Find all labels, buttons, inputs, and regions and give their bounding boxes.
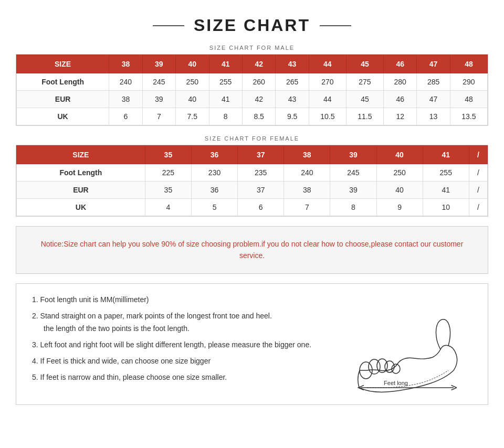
table-cell: 270 [309, 73, 346, 91]
female-header-cell: / [469, 146, 487, 164]
table-cell: 6 [238, 199, 284, 216]
table-cell: / [469, 164, 487, 182]
table-cell: 280 [383, 73, 416, 91]
table-cell: 39 [330, 182, 376, 199]
female-header-cell: 37 [238, 146, 284, 164]
table-cell: 36 [191, 182, 237, 199]
male-header-cell: 46 [383, 55, 416, 73]
instructions-list: 1. Foot length unit is MM(millimeter)2. … [32, 294, 335, 383]
table-cell: 39 [142, 91, 175, 108]
title-line-left [153, 25, 184, 26]
table-cell: 245 [330, 164, 376, 182]
instructions-text: 1. Foot length unit is MM(millimeter)2. … [32, 294, 335, 388]
instructions-section: 1. Foot length unit is MM(millimeter)2. … [16, 283, 488, 405]
male-header-cell: 38 [109, 55, 142, 73]
notice-box: Notice:Size chart can help you solve 90%… [16, 226, 488, 274]
row-label: UK [17, 108, 109, 125]
table-cell: 260 [242, 73, 275, 91]
table-cell: 10.5 [309, 108, 346, 125]
male-header-cell: 47 [417, 55, 450, 73]
table-cell: 37 [238, 182, 284, 199]
male-header-row: SIZE3839404142434445464748 [17, 55, 488, 73]
table-cell: 8.5 [242, 108, 275, 125]
table-cell: 40 [176, 91, 209, 108]
list-item: 4. If Feet is thick and wide, can choose… [32, 356, 335, 367]
table-cell: 240 [109, 73, 142, 91]
row-label: Foot Length [17, 73, 109, 91]
table-cell: 255 [423, 164, 469, 182]
table-cell: 47 [417, 91, 450, 108]
table-cell: 250 [176, 73, 209, 91]
male-header-cell: 48 [450, 55, 487, 73]
table-cell: 285 [417, 73, 450, 91]
table-cell: 38 [109, 91, 142, 108]
table-cell: 275 [346, 73, 383, 91]
table-cell: 7 [284, 199, 330, 216]
table-cell: 13.5 [450, 108, 487, 125]
foot-svg: Feet long [351, 310, 467, 394]
table-cell: 4 [145, 199, 191, 216]
row-label: EUR [17, 182, 145, 199]
foot-illustration: Feet long [351, 310, 467, 394]
table-cell: 40 [376, 182, 423, 199]
table-row: EUR3839404142434445464748 [17, 91, 488, 108]
table-cell: 225 [145, 164, 191, 182]
table-row: EUR35363738394041/ [17, 182, 488, 199]
table-cell: 290 [450, 73, 487, 91]
female-header-cell: 38 [284, 146, 330, 164]
foot-diagram: Feet long [346, 310, 472, 394]
female-size-table: SIZE35363738394041/ Foot Length225230235… [16, 145, 488, 216]
female-table-wrapper: SIZE35363738394041/ Foot Length225230235… [16, 145, 488, 217]
female-table-body: Foot Length225230235240245250255/EUR3536… [17, 164, 488, 216]
table-cell: 5 [191, 199, 237, 216]
table-cell: 41 [209, 91, 242, 108]
table-cell: 43 [276, 91, 309, 108]
male-table-body: Foot Length24024525025526026527027528028… [17, 73, 488, 125]
list-item-indent: the length of the two points is the foot… [32, 323, 335, 334]
female-section-label: SIZE CHART FOR FEMALE [16, 135, 488, 142]
table-cell: 7 [142, 108, 175, 125]
male-header-cell: 42 [242, 55, 275, 73]
table-cell: 9.5 [276, 108, 309, 125]
row-label: EUR [17, 91, 109, 108]
row-label: Foot Length [17, 164, 145, 182]
male-header-cell: 45 [346, 55, 383, 73]
table-row: Foot Length225230235240245250255/ [17, 164, 488, 182]
table-cell: 11.5 [346, 108, 383, 125]
table-cell: 12 [383, 108, 416, 125]
table-cell: / [469, 199, 487, 216]
table-cell: 46 [383, 91, 416, 108]
table-cell: 38 [284, 182, 330, 199]
male-size-table: SIZE3839404142434445464748 Foot Length24… [16, 55, 488, 125]
table-cell: 42 [242, 91, 275, 108]
female-header-cell: 39 [330, 146, 376, 164]
table-cell: / [469, 182, 487, 199]
table-cell: 8 [330, 199, 376, 216]
table-cell: 235 [238, 164, 284, 182]
table-cell: 9 [376, 199, 423, 216]
notice-text: Notice:Size chart can help you solve 90%… [32, 238, 472, 262]
list-item: 2. Stand straight on a paper, mark point… [32, 311, 335, 334]
male-section-label: SIZE CHART FOR MALE [16, 45, 488, 51]
feet-long-label: Feet long [384, 380, 408, 386]
table-cell: 265 [276, 73, 309, 91]
table-cell: 230 [191, 164, 237, 182]
male-header-cell: 44 [309, 55, 346, 73]
table-cell: 13 [417, 108, 450, 125]
table-cell: 45 [346, 91, 383, 108]
table-cell: 245 [142, 73, 175, 91]
table-cell: 35 [145, 182, 191, 199]
page-title: SIZE CHART [194, 16, 310, 35]
male-header-cell: 41 [209, 55, 242, 73]
female-header-cell: 40 [376, 146, 423, 164]
male-header-cell: SIZE [17, 55, 109, 73]
table-cell: 255 [209, 73, 242, 91]
female-header-cell: 41 [423, 146, 469, 164]
title-row: SIZE CHART [16, 16, 488, 35]
female-header-row: SIZE35363738394041/ [17, 146, 488, 164]
table-cell: 250 [376, 164, 423, 182]
male-table-wrapper: SIZE3839404142434445464748 Foot Length24… [16, 54, 488, 126]
table-cell: 7.5 [176, 108, 209, 125]
table-cell: 10 [423, 199, 469, 216]
row-label: UK [17, 199, 145, 216]
